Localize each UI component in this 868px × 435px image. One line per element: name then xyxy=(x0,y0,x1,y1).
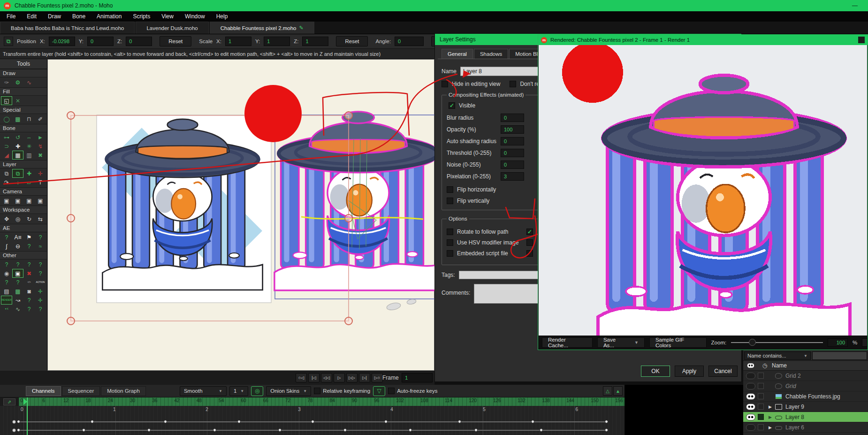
keyframe-dot[interactable] xyxy=(237,420,241,423)
interpolation-dropdown[interactable]: Smooth ▼ xyxy=(180,386,227,396)
layer-animated-checkbox[interactable] xyxy=(758,414,764,420)
timeline-expand-button[interactable]: ⇗ xyxy=(3,398,15,405)
tool-icon[interactable]: </> xyxy=(23,278,35,287)
layer-animated-checkbox[interactable] xyxy=(758,373,764,379)
keyframe-dot[interactable] xyxy=(605,420,608,423)
tool-icon[interactable]: ▩ xyxy=(12,114,23,123)
tool-icon[interactable]: ∫ xyxy=(1,242,12,251)
keyframe-dot[interactable] xyxy=(531,420,534,423)
layer-animated-checkbox[interactable] xyxy=(758,404,764,410)
tool-icon[interactable]: ? xyxy=(1,278,12,287)
visible-checkbox[interactable]: ✓ xyxy=(449,102,455,109)
tool-icon[interactable]: ? xyxy=(23,260,35,269)
menu-item[interactable]: File xyxy=(7,13,15,20)
keyframe-dot[interactable] xyxy=(605,428,608,432)
tool-icon[interactable]: ✖ xyxy=(23,269,35,278)
keyframe-dot[interactable] xyxy=(213,428,216,432)
menu-item[interactable]: Edit xyxy=(27,13,37,20)
tool-icon[interactable]: ✚ xyxy=(12,142,23,151)
tool-icon[interactable]: ⚙ xyxy=(12,78,23,87)
tool-icon[interactable]: ↷ xyxy=(1,178,12,187)
layer-row[interactable]: ▶ Grid xyxy=(743,381,868,391)
tool-icon[interactable]: ▩ xyxy=(12,287,23,296)
tool-icon[interactable]: ? xyxy=(23,242,35,251)
step-forward-button[interactable]: ▷▷ xyxy=(346,373,358,382)
zoom-spinner[interactable] xyxy=(862,338,868,347)
render-window-titlebar[interactable]: m Rendered: Chabble Fountess pixel 2 - F… xyxy=(538,35,868,45)
keyframe-dot[interactable] xyxy=(311,420,314,423)
tool-icon[interactable]: ✛ xyxy=(35,296,46,305)
tool-icon[interactable]: ⊓ xyxy=(23,114,35,123)
keyframe-dot[interactable] xyxy=(17,428,20,432)
layer-visibility-toggle[interactable] xyxy=(746,424,755,431)
keyframe-dot[interactable] xyxy=(278,428,282,432)
tool-icon[interactable]: ⊃ xyxy=(1,142,12,151)
tool-icon[interactable]: ✑ xyxy=(1,78,12,87)
layer-visibility-toggle[interactable] xyxy=(746,393,755,400)
layer-animated-checkbox[interactable] xyxy=(758,393,764,399)
tool-icon[interactable]: ⧉ xyxy=(12,169,23,178)
layer-visibility-toggle[interactable] xyxy=(746,414,755,420)
save-as-dropdown[interactable]: Save As... ▼ xyxy=(597,337,645,348)
keyframe-dot[interactable] xyxy=(147,428,151,432)
layer-row[interactable]: ▶ Grid 2 xyxy=(743,371,868,381)
render-cache-button[interactable]: Render Cache... xyxy=(542,337,593,348)
jump-next-keyframe-button[interactable]: ▷○ xyxy=(372,373,383,382)
option-secondary-checkbox[interactable]: ✓ xyxy=(526,229,533,235)
ok-button[interactable]: OK xyxy=(641,366,670,377)
menu-item[interactable]: Draw xyxy=(48,13,61,20)
sample-gif-colors-button[interactable]: Sample GIF Colors xyxy=(649,337,707,348)
tool-icon[interactable]: ? xyxy=(12,260,23,269)
name-contains-dropdown[interactable]: Name contains... ▼ xyxy=(744,351,811,360)
effect-field-input[interactable]: 0 xyxy=(501,160,524,169)
go-to-start-button[interactable]: |◁ xyxy=(308,373,320,382)
dont-render-checkbox[interactable] xyxy=(510,81,516,87)
frame-ruler[interactable]: 0612182430364248546066727884909610210811… xyxy=(19,397,624,406)
zoom-slider-thumb[interactable] xyxy=(749,339,756,346)
layer-row[interactable]: ▶ Layer 8 xyxy=(743,412,868,422)
tool-icon[interactable]: ↺ xyxy=(12,133,23,142)
option-secondary-checkbox[interactable]: ✓ xyxy=(526,239,533,246)
expand-arrow-icon[interactable]: ▶ xyxy=(769,425,774,430)
tool-icon[interactable]: ✛ xyxy=(35,287,46,296)
layer-visibility-toggle[interactable] xyxy=(746,383,755,389)
tool-icon[interactable]: ✛ xyxy=(35,169,46,178)
tool-icon[interactable]: ▣ xyxy=(12,196,23,205)
expand-arrow-icon[interactable]: ▶ xyxy=(769,415,774,420)
layer-animated-checkbox[interactable] xyxy=(758,424,764,430)
effect-field-input[interactable]: 0 xyxy=(501,149,524,157)
tool-icon[interactable]: ◉ xyxy=(1,269,12,278)
tool-icon[interactable]: ✖ xyxy=(35,151,46,160)
layer-visibility-toggle[interactable] xyxy=(746,373,755,379)
scale-x-input[interactable]: 1 xyxy=(225,37,251,46)
tool-icon[interactable]: ✳ xyxy=(23,142,35,151)
tool-icon[interactable]: ◱ xyxy=(1,96,12,105)
keyframe-dot[interactable] xyxy=(91,420,94,423)
dialog-tab[interactable]: General xyxy=(442,49,473,59)
tool-icon[interactable]: ▦ xyxy=(12,151,23,160)
hide-in-editing-view-checkbox[interactable] xyxy=(442,81,448,87)
dialog-tab[interactable]: Shadows xyxy=(474,49,508,59)
tool-icon[interactable]: ▥ xyxy=(23,151,35,160)
canvas-viewport[interactable] xyxy=(47,59,434,371)
option-checkbox[interactable] xyxy=(447,250,453,257)
expand-arrow-icon[interactable]: ▶ xyxy=(769,404,774,409)
tool-icon[interactable]: ↓ xyxy=(12,178,23,187)
effect-field-input[interactable]: 3 xyxy=(501,172,524,181)
tool-icon[interactable]: ? xyxy=(23,305,35,313)
tool-icon[interactable]: ? xyxy=(1,233,12,242)
cancel-button[interactable]: Cancel xyxy=(708,366,738,377)
tool-icon[interactable]: ◯ xyxy=(1,114,12,123)
tool-icon[interactable]: ACTION xyxy=(35,278,46,287)
timeline-tab[interactable]: Sequencer xyxy=(62,386,100,396)
menu-item[interactable]: Animation xyxy=(97,13,122,20)
position-y-input[interactable]: 0 xyxy=(87,37,114,46)
tool-icon[interactable]: ✥ xyxy=(1,214,12,223)
position-x-input[interactable]: -0.0298 xyxy=(49,37,75,46)
scale-y-input[interactable]: 1 xyxy=(264,37,290,46)
layer-row[interactable]: ▶ Chabble Fountess.jpg xyxy=(743,391,868,402)
menu-item[interactable]: View xyxy=(161,13,174,20)
tool-icon[interactable]: ? xyxy=(35,269,46,278)
tool-icon[interactable]: ✕ xyxy=(12,96,23,105)
tool-icon[interactable]: ✐ xyxy=(35,114,46,123)
